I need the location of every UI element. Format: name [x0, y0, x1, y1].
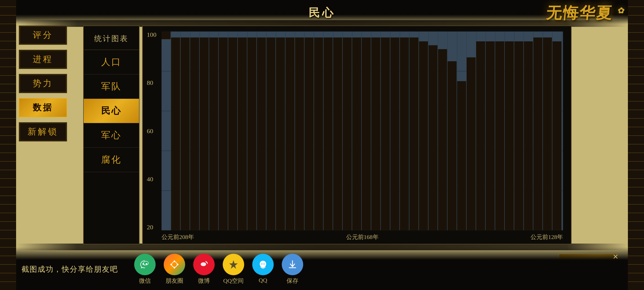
- svg-rect-73: [390, 38, 400, 230]
- left-border-decoration: [0, 0, 16, 290]
- nav-progress-button[interactable]: 进程: [19, 50, 67, 69]
- nav-score-button[interactable]: 评分: [19, 26, 67, 45]
- share-save-button[interactable]: 保存: [282, 254, 303, 285]
- sub-menu-title: 统计图表: [84, 29, 139, 50]
- svg-rect-57: [238, 38, 247, 230]
- friends-label: 朋友圈: [166, 277, 183, 285]
- chart-container: 100 80 60 40 20: [142, 26, 572, 244]
- sub-menu-junxin[interactable]: 军心: [84, 123, 139, 148]
- qq-space-icon: [223, 254, 244, 275]
- svg-rect-89: [543, 38, 552, 230]
- right-border-decoration: [628, 0, 644, 290]
- chart-svg: [162, 31, 563, 230]
- close-button[interactable]: ✕: [613, 253, 619, 261]
- screenshot-message: 截图成功，快分享给朋友吧: [21, 264, 118, 274]
- svg-rect-81: [467, 57, 476, 230]
- x-label-start: 公元前208年: [162, 233, 194, 241]
- svg-rect-83: [486, 41, 495, 230]
- y-axis: 100 80 60 40 20: [147, 31, 156, 230]
- x-axis: 公元前208年 公元前168年 公元前128年: [162, 233, 563, 241]
- svg-rect-61: [276, 38, 285, 230]
- svg-point-95: [174, 267, 175, 269]
- sub-menu-panel: 统计图表 人口 军队 民心 军心 腐化: [83, 26, 140, 244]
- svg-rect-51: [181, 38, 190, 230]
- svg-rect-90: [552, 41, 562, 230]
- chart-inner: 100 80 60 40 20: [162, 31, 563, 230]
- svg-rect-50: [171, 38, 180, 230]
- sub-menu-corruption[interactable]: 腐化: [84, 148, 139, 172]
- save-icon: [282, 254, 303, 275]
- svg-point-96: [170, 264, 172, 265]
- svg-rect-54: [209, 38, 218, 230]
- svg-rect-71: [371, 38, 380, 230]
- svg-rect-59: [257, 38, 266, 230]
- svg-marker-98: [229, 260, 238, 269]
- game-logo: 无悔华夏 ✿: [546, 3, 626, 24]
- svg-rect-74: [400, 38, 409, 230]
- share-qq-button[interactable]: QQ: [252, 254, 274, 285]
- svg-rect-70: [362, 38, 371, 230]
- svg-rect-55: [219, 38, 228, 230]
- svg-rect-85: [505, 41, 514, 230]
- weibo-label: 微博: [198, 277, 210, 285]
- svg-rect-86: [514, 41, 524, 230]
- sub-menu-population[interactable]: 人口: [84, 50, 139, 74]
- svg-rect-58: [247, 38, 257, 230]
- friends-icon: [164, 254, 185, 275]
- svg-rect-88: [533, 38, 543, 230]
- svg-point-92: [146, 263, 147, 265]
- svg-point-97: [177, 264, 178, 265]
- weibo-icon: [193, 254, 215, 275]
- svg-rect-62: [286, 38, 295, 230]
- qqspace-label: QQ空间: [223, 277, 244, 285]
- y-label-80: 80: [147, 79, 156, 86]
- share-wechat-button[interactable]: 微信: [134, 254, 156, 285]
- y-label-20: 20: [147, 224, 156, 230]
- nav-unlock-button[interactable]: 新解锁: [19, 122, 67, 142]
- bottom-toolbar: 截图成功，快分享给朋友吧 微信: [0, 248, 644, 290]
- svg-rect-67: [333, 38, 342, 230]
- share-friends-button[interactable]: 朋友圈: [164, 254, 185, 285]
- qq-icon: [252, 254, 274, 275]
- svg-point-99: [261, 263, 262, 264]
- wechat-label: 微信: [139, 277, 151, 285]
- qq-label: QQ: [259, 277, 267, 284]
- share-qqspace-button[interactable]: QQ空间: [223, 254, 244, 285]
- svg-rect-63: [295, 38, 304, 230]
- svg-rect-76: [419, 41, 428, 230]
- svg-rect-68: [343, 38, 352, 230]
- wechat-icon: [134, 254, 156, 275]
- svg-point-93: [172, 262, 177, 267]
- svg-rect-79: [448, 61, 457, 230]
- svg-rect-56: [228, 38, 237, 230]
- nav-power-button[interactable]: 势力: [19, 74, 67, 93]
- save-label: 保存: [287, 277, 298, 285]
- left-nav: 评分 进程 势力 数据 新解锁: [19, 26, 70, 142]
- svg-rect-84: [495, 41, 504, 230]
- svg-rect-77: [429, 45, 438, 230]
- share-weibo-button[interactable]: 微博: [193, 254, 215, 285]
- sub-menu-minxin[interactable]: 民心: [84, 99, 139, 123]
- svg-rect-72: [381, 38, 390, 230]
- svg-rect-64: [305, 38, 314, 230]
- svg-point-94: [174, 260, 175, 262]
- svg-rect-87: [524, 41, 533, 230]
- nav-data-button[interactable]: 数据: [19, 98, 67, 117]
- svg-rect-82: [476, 41, 485, 230]
- y-label-40: 40: [147, 176, 156, 182]
- svg-point-100: [264, 263, 265, 264]
- svg-rect-49: [162, 31, 171, 39]
- x-label-end: 公元前128年: [530, 233, 563, 241]
- page-title: 民心: [309, 5, 335, 20]
- svg-rect-80: [457, 81, 466, 230]
- svg-rect-65: [314, 38, 323, 230]
- share-buttons-group: 微信 朋友圈: [134, 254, 303, 285]
- svg-rect-75: [409, 38, 419, 230]
- svg-rect-78: [438, 49, 447, 230]
- x-label-mid: 公元前168年: [346, 233, 379, 241]
- svg-rect-66: [324, 38, 333, 230]
- sub-menu-army[interactable]: 军队: [84, 74, 139, 99]
- y-label-60: 60: [147, 128, 156, 134]
- y-label-100: 100: [147, 31, 156, 38]
- svg-rect-52: [190, 38, 199, 230]
